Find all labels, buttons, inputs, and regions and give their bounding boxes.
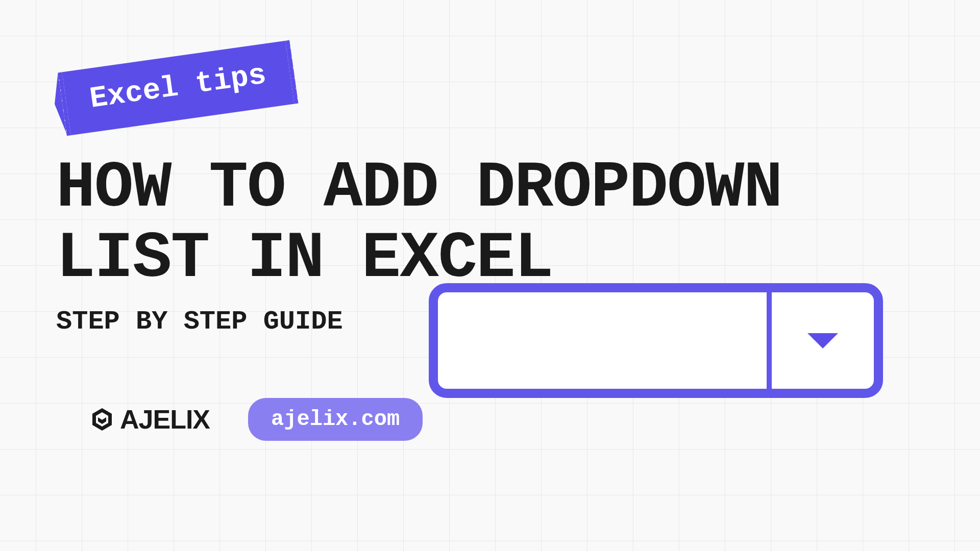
- dropdown-illustration: [429, 283, 883, 398]
- main-title: HOW TO ADD DROPDOWN LIST IN EXCEL: [56, 153, 929, 294]
- category-tape-label: Excel tips: [58, 40, 299, 136]
- caret-down-icon: [807, 333, 838, 348]
- url-text: ajelix.com: [271, 407, 400, 432]
- logo-hexagon-icon: [89, 407, 115, 432]
- dropdown-toggle-button: [772, 292, 874, 389]
- url-pill: ajelix.com: [248, 398, 423, 441]
- tape-text: Excel tips: [88, 58, 268, 116]
- tape-torn-edge-right: [283, 40, 298, 104]
- logo-text: AJELIX: [120, 404, 210, 435]
- footer-row: AJELIX ajelix.com: [89, 398, 929, 441]
- dropdown-field: [438, 292, 772, 389]
- brand-logo: AJELIX: [89, 404, 210, 435]
- tape-torn-edge-left: [58, 72, 73, 136]
